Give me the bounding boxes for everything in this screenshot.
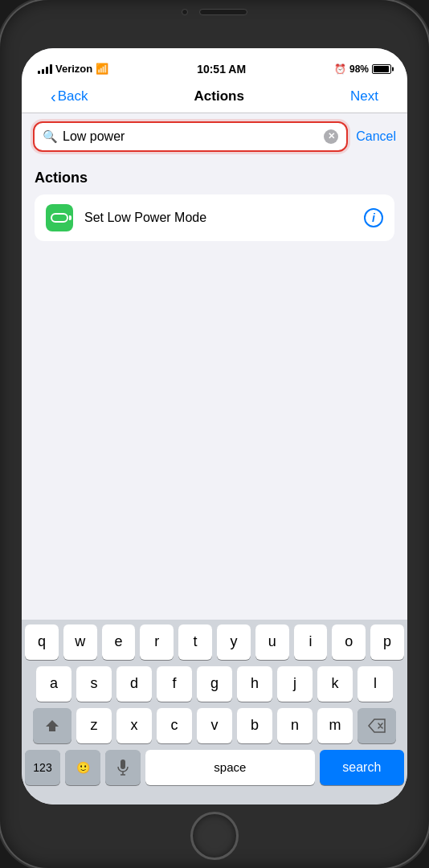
search-icon: 🔍 (43, 129, 58, 144)
battery-symbol-icon (51, 213, 68, 223)
search-input[interactable]: Low power (63, 129, 319, 144)
shift-icon (45, 719, 59, 733)
cancel-button[interactable]: Cancel (356, 129, 396, 144)
key-s[interactable]: s (76, 666, 112, 702)
search-clear-button[interactable]: ✕ (324, 129, 338, 144)
key-w[interactable]: w (63, 624, 97, 660)
key-y[interactable]: y (217, 624, 251, 660)
key-i[interactable]: i (294, 624, 328, 660)
keyboard[interactable]: q w e r t y u i o p a s d f g h j k (22, 620, 407, 788)
key-p[interactable]: p (370, 624, 404, 660)
screen: Verizon 📶 10:51 AM ⏰ 98% ‹ (22, 48, 407, 805)
key-v[interactable]: v (197, 708, 232, 743)
chevron-left-icon: ‹ (51, 88, 56, 104)
shift-key[interactable] (33, 708, 72, 743)
keyboard-row-1: q w e r t y u i o p (25, 624, 404, 660)
backspace-icon (368, 719, 386, 733)
keyboard-row-3: z x c v b n m (25, 708, 404, 743)
svg-rect-0 (121, 760, 125, 769)
space-key[interactable]: space (145, 750, 315, 785)
nav-bar: ‹ Back Actions Next (38, 82, 391, 113)
info-icon: i (372, 212, 375, 223)
wifi-icon: 📶 (96, 63, 108, 75)
phone-bottom (190, 805, 239, 868)
key-e[interactable]: e (102, 624, 136, 660)
info-button[interactable]: i (364, 208, 383, 227)
speaker (199, 9, 247, 15)
key-n[interactable]: n (277, 708, 313, 743)
numbers-key[interactable]: 123 (25, 750, 60, 785)
mic-key[interactable] (105, 750, 141, 785)
keyboard-row-2: a s d f g h j k l (25, 666, 404, 702)
key-k[interactable]: k (317, 666, 353, 702)
key-a[interactable]: a (36, 666, 72, 702)
status-right: ⏰ 98% (334, 63, 391, 75)
action-label: Set Low Power Mode (84, 211, 353, 225)
home-button[interactable] (190, 812, 239, 860)
key-r[interactable]: r (140, 624, 174, 660)
carrier-label: Verizon (55, 63, 92, 75)
key-x[interactable]: x (116, 708, 152, 743)
key-d[interactable]: d (116, 666, 152, 702)
key-l[interactable]: l (358, 666, 393, 702)
page-title: Actions (194, 88, 244, 104)
search-key[interactable]: search (320, 750, 404, 785)
status-time: 10:51 AM (197, 63, 246, 76)
key-f[interactable]: f (157, 666, 192, 702)
signal-bars-icon (38, 64, 52, 74)
emoji-key[interactable]: 🙂 (65, 750, 100, 785)
phone-top (182, 0, 247, 24)
back-label: Back (58, 88, 88, 104)
key-t[interactable]: t (178, 624, 212, 660)
battery-pct: 98% (349, 63, 369, 75)
phone-frame: Verizon 📶 10:51 AM ⏰ 98% ‹ (0, 0, 429, 868)
search-bar[interactable]: 🔍 Low power ✕ (33, 121, 348, 152)
action-icon-battery (46, 204, 73, 231)
key-u[interactable]: u (255, 624, 289, 660)
front-camera-icon (182, 9, 188, 15)
search-section: 🔍 Low power ✕ Cancel (22, 113, 407, 160)
empty-content-area (22, 246, 407, 620)
status-bar-container: Verizon 📶 10:51 AM ⏰ 98% ‹ (22, 48, 407, 113)
key-m[interactable]: m (317, 708, 353, 743)
battery-icon (372, 64, 391, 74)
status-left: Verizon 📶 (38, 63, 108, 75)
key-c[interactable]: c (157, 708, 192, 743)
keyboard-row-4: 123 🙂 space search (25, 750, 404, 785)
bottom-bar (22, 788, 407, 805)
microphone-icon (117, 760, 129, 776)
alarm-icon: ⏰ (334, 63, 346, 75)
actions-list: Actions Set Low Power Mode i (22, 160, 407, 246)
key-g[interactable]: g (197, 666, 232, 702)
clear-icon: ✕ (328, 132, 335, 141)
back-button[interactable]: ‹ Back (51, 88, 88, 104)
status-bar: Verizon 📶 10:51 AM ⏰ 98% (38, 59, 391, 79)
key-q[interactable]: q (25, 624, 59, 660)
key-z[interactable]: z (76, 708, 112, 743)
search-bar-wrapper: 🔍 Low power ✕ Cancel (33, 121, 396, 152)
action-item[interactable]: Set Low Power Mode i (35, 194, 394, 241)
key-b[interactable]: b (237, 708, 272, 743)
next-button[interactable]: Next (350, 88, 378, 104)
actions-heading: Actions (35, 170, 394, 186)
key-o[interactable]: o (332, 624, 366, 660)
key-j[interactable]: j (277, 666, 313, 702)
backspace-key[interactable] (358, 708, 396, 743)
key-h[interactable]: h (237, 666, 272, 702)
